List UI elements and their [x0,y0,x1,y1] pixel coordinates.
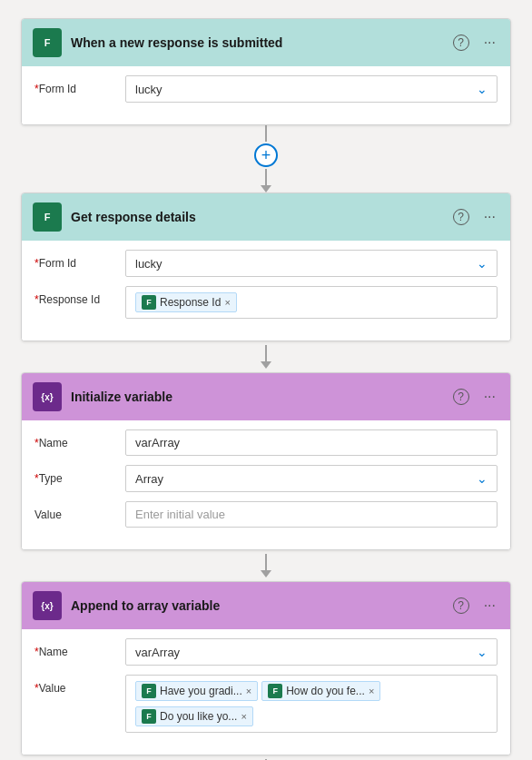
step4-name-row: *Name varArray ⌄ [34,638,498,666]
step3-type-chevron: ⌄ [477,471,488,486]
step1-formid-chevron: ⌄ [477,82,488,96]
step1-body: *Form Id lucky ⌄ [22,66,510,124]
flow-container: F When a new response is submitted ? ···… [21,18,511,760]
tag1-close[interactable]: × [246,686,251,696]
step3-header: {x} Initialize variable ? ··· [22,373,510,420]
step1-formid-input[interactable]: lucky ⌄ [125,75,498,103]
step3-type-input[interactable]: Array ⌄ [125,465,498,492]
step4-name-label: *Name [34,638,116,658]
tag-label: Response Id [160,296,221,309]
tag3-close[interactable]: × [241,712,246,722]
step2-formid-row: *Form Id lucky ⌄ [34,250,498,277]
tag-close[interactable]: × [224,298,230,308]
step4-value-input[interactable]: F Have you gradi... × F How do you fe...… [125,675,498,733]
step4-icon-label: {x} [41,601,53,611]
tag2-icon: F [268,684,282,698]
connector1-line [265,125,267,142]
step2-responseid-input[interactable]: F Response Id × [125,286,498,319]
step1-formid-row: *Form Id lucky ⌄ [34,75,498,103]
step3-type-label: *Type [34,465,116,485]
step3-icon: {x} [33,382,62,411]
step3-help-button[interactable]: ? [449,387,473,407]
step3-card: {x} Initialize variable ? ··· *Name varA… [21,372,511,550]
step1-icon: F [33,28,62,57]
step4-value-label: *Value [34,675,116,695]
step3-name-input[interactable]: varArray [125,429,498,456]
step2-body: *Form Id lucky ⌄ *Response Id F Response… [22,241,510,341]
connector3-line [265,554,267,570]
step1-title: When a new response is submitted [71,35,440,50]
connector4 [261,755,271,760]
step2-actions: ? ··· [449,207,499,227]
step1-header: F When a new response is submitted ? ··· [22,19,510,66]
connector2 [261,341,271,372]
step2-formid-chevron: ⌄ [477,256,488,271]
step4-icon: {x} [33,591,62,620]
step2-header: F Get response details ? ··· [22,193,510,241]
step2-more-button[interactable]: ··· [480,208,499,226]
step2-help-button[interactable]: ? [449,207,473,227]
tag3-icon: F [142,709,156,724]
step1-more-button[interactable]: ··· [480,34,499,52]
step4-name-value: varArray [135,646,180,659]
step3-title: Initialize variable [71,390,440,404]
connector2-line [265,345,267,361]
tag1-icon: F [142,684,156,698]
step2-icon: F [33,202,62,232]
add-step1-button[interactable]: + [254,143,278,167]
step3-name-row: *Name varArray [34,429,498,456]
connector2-arrow [261,361,271,369]
step4-name-input[interactable]: varArray ⌄ [125,638,498,666]
step4-more-button[interactable]: ··· [480,597,499,615]
step3-body: *Name varArray *Type Array ⌄ Value Enter… [22,420,510,549]
connector3 [261,550,271,581]
connector3-arrow [261,570,271,577]
connector1-line2 [265,169,267,185]
step3-value-row: Value Enter initial value [34,501,498,528]
step4-help-button[interactable]: ? [449,596,473,616]
step3-more-icon: ··· [484,389,496,404]
step1-formid-value: lucky [135,83,163,96]
connector1: + [254,125,278,192]
step4-tag1: F Have you gradi... × [135,681,258,701]
step3-name-value: varArray [135,436,180,449]
tag-icon: F [142,295,156,310]
step3-value-input[interactable]: Enter initial value [125,501,498,528]
step3-value-placeholder: Enter initial value [135,508,225,521]
tag2-close[interactable]: × [369,686,374,696]
tag2-label: How do you fe... [286,685,365,697]
step2-title: Get response details [71,210,440,224]
step2-formid-input[interactable]: lucky ⌄ [125,250,498,277]
step4-name-chevron: ⌄ [477,645,488,659]
step4-actions: ? ··· [449,596,499,616]
step2-more-icon: ··· [484,209,496,224]
step3-name-label: *Name [34,429,116,449]
step2-responseid-tag: F Response Id × [135,292,237,312]
tag3-label: Do you like yo... [160,710,237,723]
step3-type-row: *Type Array ⌄ [34,465,498,492]
step3-more-button[interactable]: ··· [480,388,499,406]
step2-responseid-row: *Response Id F Response Id × [34,286,498,319]
step4-more-icon: ··· [484,597,496,613]
step1-icon-label: F [44,37,51,48]
step2-formid-value: lucky [135,257,163,271]
step4-tag2: F How do you fe... × [261,681,380,701]
step4-tag3: F Do you like yo... × [135,706,253,726]
step3-value-label: Value [34,501,116,521]
step1-card: F When a new response is submitted ? ···… [21,18,511,125]
step4-header: {x} Append to array variable ? ··· [22,582,510,629]
step3-actions: ? ··· [449,387,499,407]
step1-more-icon: ··· [484,35,496,50]
step4-title: Append to array variable [71,598,440,613]
tag1-label: Have you gradi... [160,685,242,697]
step2-icon-label: F [44,212,51,222]
step3-type-value: Array [135,472,163,486]
step2-responseid-label: *Response Id [34,286,116,306]
step3-icon-label: {x} [41,392,53,402]
step1-help-button[interactable]: ? [449,33,473,53]
step2-formid-label: *Form Id [34,250,116,270]
step4-body: *Name varArray ⌄ *Value F Have you gradi… [22,629,510,755]
connector1-arrow [261,185,271,192]
step1-actions: ? ··· [449,33,499,53]
step4-card: {x} Append to array variable ? ··· *Name… [21,581,511,755]
